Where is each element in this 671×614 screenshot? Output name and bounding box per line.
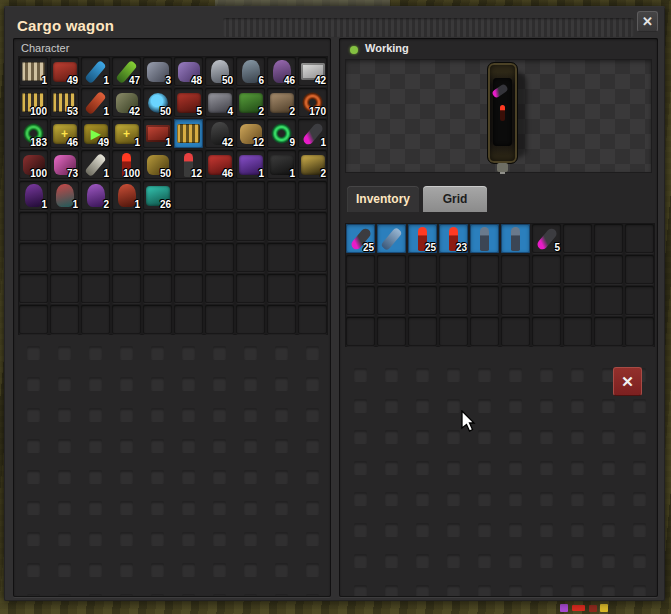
character-inventory-slot[interactable] (19, 212, 48, 241)
character-inventory-slot[interactable] (81, 305, 110, 334)
character-inventory-slot[interactable]: 73 (50, 150, 79, 179)
character-inventory-slot[interactable]: 1 (112, 181, 141, 210)
character-inventory-slot[interactable] (298, 181, 327, 210)
character-inventory-slot[interactable] (298, 243, 327, 272)
character-inventory-slot[interactable]: +46 (50, 119, 79, 148)
character-inventory-slot[interactable]: 1 (81, 57, 110, 86)
wagon-inventory-slot[interactable]: 23 (439, 224, 468, 253)
wagon-inventory-slot[interactable] (594, 224, 623, 253)
character-inventory-slot[interactable]: 42 (112, 88, 141, 117)
character-inventory-slot[interactable] (174, 274, 203, 303)
character-inventory-slot[interactable]: 1 (236, 150, 265, 179)
character-inventory-slot[interactable] (81, 243, 110, 272)
character-inventory-slot[interactable] (298, 274, 327, 303)
wagon-inventory-slot[interactable] (594, 286, 623, 315)
character-inventory-slot[interactable] (143, 212, 172, 241)
character-inventory-slot[interactable]: 50 (143, 150, 172, 179)
wagon-inventory-slot[interactable] (377, 255, 406, 284)
wagon-inventory-slot[interactable] (625, 286, 654, 315)
character-inventory-slot[interactable]: 5 (174, 88, 203, 117)
wagon-inventory-slot[interactable] (439, 286, 468, 315)
wagon-inventory-slot[interactable] (501, 224, 530, 253)
wagon-inventory-slot[interactable] (377, 286, 406, 315)
character-inventory-slot[interactable]: 49 (50, 57, 79, 86)
entity-preview[interactable] (345, 59, 652, 173)
character-inventory-slot[interactable] (50, 305, 79, 334)
character-inventory-slot[interactable] (298, 212, 327, 241)
wagon-inventory-slot[interactable] (594, 255, 623, 284)
character-inventory-slot[interactable] (112, 274, 141, 303)
character-inventory-slot[interactable] (236, 305, 265, 334)
character-inventory-slot[interactable]: 1 (267, 150, 296, 179)
character-inventory-slot[interactable]: 100 (19, 150, 48, 179)
wagon-inventory-slot[interactable]: 25 (408, 224, 437, 253)
character-inventory-slot[interactable] (143, 305, 172, 334)
character-inventory-slot[interactable]: 47 (112, 57, 141, 86)
character-inventory-slot[interactable] (143, 274, 172, 303)
tab-inventory[interactable]: Inventory (347, 186, 419, 212)
character-inventory-slot[interactable]: 46 (267, 57, 296, 86)
character-inventory-slot[interactable]: 2 (267, 88, 296, 117)
character-inventory-slot[interactable]: 183 (19, 119, 48, 148)
character-inventory-slot[interactable]: 50 (205, 57, 234, 86)
character-inventory-slot[interactable]: 9 (267, 119, 296, 148)
character-inventory-slot[interactable] (112, 212, 141, 241)
character-inventory-slot[interactable]: 26 (143, 181, 172, 210)
character-inventory-slot[interactable] (19, 274, 48, 303)
wagon-inventory-slot[interactable] (470, 317, 499, 346)
character-inventory-slot[interactable] (19, 243, 48, 272)
wagon-inventory-slot[interactable] (563, 255, 592, 284)
tab-grid[interactable]: Grid (423, 186, 487, 212)
wagon-inventory-slot[interactable] (470, 224, 499, 253)
character-inventory-slot[interactable] (143, 243, 172, 272)
wagon-inventory-slot[interactable] (532, 286, 561, 315)
character-inventory-slot[interactable] (174, 119, 203, 148)
wagon-inventory-slot[interactable] (408, 255, 437, 284)
character-inventory-slot[interactable]: 100 (19, 88, 48, 117)
character-inventory-slot[interactable] (236, 181, 265, 210)
wagon-inventory-slot[interactable] (346, 317, 375, 346)
character-inventory-slot[interactable] (205, 181, 234, 210)
character-inventory-slot[interactable]: 1 (143, 119, 172, 148)
character-inventory-slot[interactable] (236, 243, 265, 272)
wagon-inventory-slot[interactable] (439, 255, 468, 284)
character-inventory-slot[interactable]: 53 (50, 88, 79, 117)
wagon-inventory-slot[interactable] (470, 255, 499, 284)
wagon-inventory-slot[interactable] (470, 286, 499, 315)
character-inventory-slot[interactable]: 2 (298, 150, 327, 179)
character-inventory-slot[interactable] (174, 181, 203, 210)
character-inventory-slot[interactable] (267, 212, 296, 241)
wagon-inventory-slot[interactable] (532, 255, 561, 284)
character-inventory-slot[interactable] (267, 243, 296, 272)
character-inventory-slot[interactable] (174, 305, 203, 334)
wagon-inventory-slot[interactable] (377, 224, 406, 253)
character-inventory-slot[interactable]: 1 (50, 181, 79, 210)
character-inventory-slot[interactable] (50, 212, 79, 241)
character-inventory-slot[interactable] (236, 274, 265, 303)
character-inventory-slot[interactable]: 100 (112, 150, 141, 179)
character-inventory-slot[interactable]: 1 (81, 150, 110, 179)
character-inventory-slot[interactable]: 42 (298, 57, 327, 86)
wagon-inventory-slot[interactable] (439, 317, 468, 346)
wagon-inventory-slot[interactable]: 25 (346, 224, 375, 253)
character-inventory-slot[interactable] (205, 243, 234, 272)
wagon-inventory-slot[interactable] (377, 317, 406, 346)
window-drag-area[interactable] (223, 18, 634, 37)
wagon-inventory-slot[interactable] (563, 317, 592, 346)
character-inventory-slot[interactable]: 50 (143, 88, 172, 117)
wagon-inventory-slot[interactable] (563, 224, 592, 253)
character-inventory-slot[interactable] (81, 212, 110, 241)
wagon-inventory-slot[interactable] (625, 255, 654, 284)
character-inventory-slot[interactable] (267, 181, 296, 210)
wagon-inventory-slot[interactable]: 5 (532, 224, 561, 253)
character-inventory-slot[interactable] (205, 212, 234, 241)
character-inventory-slot[interactable] (205, 274, 234, 303)
character-inventory-slot[interactable]: 6 (236, 57, 265, 86)
character-inventory-slot[interactable]: 12 (236, 119, 265, 148)
character-inventory-slot[interactable] (205, 305, 234, 334)
wagon-inventory-slot[interactable] (625, 224, 654, 253)
character-inventory-slot[interactable]: ▶49 (81, 119, 110, 148)
character-inventory-slot[interactable]: 1 (19, 181, 48, 210)
character-inventory-slot[interactable]: 170 (298, 88, 327, 117)
character-inventory-slot[interactable]: 48 (174, 57, 203, 86)
